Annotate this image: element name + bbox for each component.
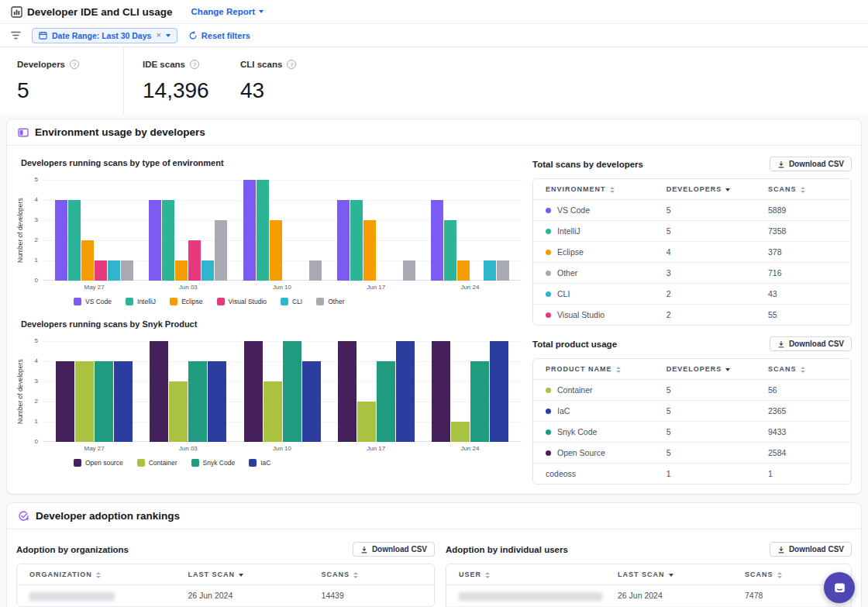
filter-icon[interactable] (11, 31, 21, 40)
bar-eclipse[interactable] (175, 260, 188, 281)
bar-container[interactable] (75, 361, 94, 442)
bar-container[interactable] (357, 402, 376, 442)
bar-other[interactable] (403, 260, 415, 281)
bar-snyk-code[interactable] (470, 361, 489, 442)
bar-slot (450, 422, 470, 442)
bar-vs-code[interactable] (337, 200, 350, 281)
legend-label: IaC (260, 459, 270, 467)
bar-visual-studio[interactable] (188, 240, 201, 281)
row-label: VS Code (557, 205, 590, 215)
sort-up-arrow (616, 367, 621, 369)
bar-vs-code[interactable] (55, 200, 67, 281)
section-title: Adoption by organizations (16, 545, 129, 554)
bar-intellij[interactable] (257, 180, 269, 281)
chat-launcher-button[interactable] (824, 572, 855, 603)
bar-snyk-code[interactable] (377, 361, 395, 442)
bar-snyk-code[interactable] (95, 361, 113, 442)
bar-eclipse[interactable] (457, 260, 470, 281)
bar-open-source[interactable] (56, 361, 74, 442)
bar-cli[interactable] (202, 260, 214, 281)
bar-intellij[interactable] (444, 220, 456, 281)
date-range-label: Date Range: Last 30 Days (52, 31, 151, 40)
bar-open-source[interactable] (338, 341, 356, 442)
y-axis: 012345 (27, 180, 43, 281)
help-icon[interactable]: ? (287, 60, 296, 69)
reset-filters-button[interactable]: Reset filters (188, 31, 250, 40)
table-row: Other3716 (533, 263, 851, 284)
bar-slot (470, 361, 489, 442)
download-csv-button[interactable]: Download CSV (770, 157, 852, 171)
bar-open-source[interactable] (150, 341, 168, 442)
date-range-filter-chip[interactable]: Date Range: Last 30 Days × (32, 28, 177, 43)
column-header-last-scan[interactable]: LAST SCAN (605, 564, 732, 585)
bar-slot (56, 361, 75, 442)
bar-slot (108, 260, 121, 281)
legend-item: VS Code (74, 298, 112, 305)
bar-slot (489, 341, 508, 442)
bar-open-source[interactable] (432, 341, 450, 442)
bar-intellij[interactable] (350, 200, 363, 281)
table-row: VS Code55889 (533, 200, 851, 221)
x-axis-label: Jun 24 (423, 284, 517, 291)
bar-visual-studio[interactable] (95, 260, 107, 281)
help-icon[interactable]: ? (70, 60, 79, 69)
plot-area (43, 180, 522, 281)
chart-environment: Developers running scans by type of envi… (16, 158, 522, 313)
column-header-user[interactable]: USER (446, 564, 605, 585)
bar-intellij[interactable] (68, 200, 81, 281)
bar-open-source[interactable] (244, 341, 263, 442)
bar-iac[interactable] (490, 341, 508, 442)
column-header-organization[interactable]: ORGANIZATION (17, 564, 175, 585)
bar-container[interactable] (169, 381, 188, 442)
bar-iac[interactable] (208, 361, 226, 442)
bar-intellij[interactable] (162, 200, 174, 281)
bar-iac[interactable] (114, 361, 133, 442)
bar-cli[interactable] (484, 260, 496, 281)
bar-eclipse[interactable] (81, 240, 94, 281)
chevron-down-icon (259, 10, 264, 13)
column-header-scans[interactable]: SCANS (756, 359, 851, 380)
remove-filter-icon[interactable]: × (156, 31, 160, 40)
bar-iac[interactable] (302, 361, 321, 442)
stat-value: 5 (17, 78, 123, 103)
column-header-developers[interactable]: DEVELOPERS (654, 179, 756, 200)
stat-value: 14,396 (143, 78, 221, 103)
column-header-scans[interactable]: SCANS (756, 179, 851, 200)
bar-group-jun-24 (423, 180, 517, 281)
legend-item: IaC (249, 459, 270, 467)
column-label: LAST SCAN (188, 571, 235, 578)
bar-cli[interactable] (108, 260, 120, 281)
column-header-developers[interactable]: DEVELOPERS (654, 359, 756, 380)
bar-vs-code[interactable] (149, 200, 161, 281)
change-report-button[interactable]: Change Report (191, 7, 264, 16)
bar-iac[interactable] (396, 341, 415, 442)
download-csv-button[interactable]: Download CSV (770, 336, 852, 351)
panel-header: Developer adoption rankings (7, 503, 861, 529)
column-header-scans[interactable]: SCANS (309, 564, 434, 585)
bar-vs-code[interactable] (431, 200, 443, 281)
bar-other[interactable] (309, 260, 322, 281)
bar-other[interactable] (121, 260, 133, 281)
bar-container[interactable] (264, 381, 282, 442)
column-header-environment[interactable]: ENVIRONMENT (533, 179, 654, 200)
column-header-last-scan[interactable]: LAST SCAN (175, 564, 308, 585)
bar-other[interactable] (215, 220, 227, 281)
sort-icon (616, 367, 621, 373)
bar-other[interactable] (497, 260, 509, 281)
bar-snyk-code[interactable] (188, 361, 207, 442)
bar-slot (256, 180, 269, 281)
page-title: Developer IDE and CLI usage (27, 6, 173, 18)
bar-slot (188, 361, 208, 442)
bar-vs-code[interactable] (243, 180, 256, 281)
bar-eclipse[interactable] (363, 220, 376, 281)
cell-value: 378 (756, 242, 851, 263)
download-csv-button[interactable]: Download CSV (770, 542, 852, 557)
cell-label: IaC (533, 401, 654, 422)
bar-container[interactable] (451, 422, 470, 442)
bar-eclipse[interactable] (270, 220, 282, 281)
download-csv-button[interactable]: Download CSV (353, 542, 435, 557)
help-icon[interactable]: ? (190, 60, 199, 69)
column-label: USER (459, 571, 481, 578)
bar-snyk-code[interactable] (283, 341, 301, 442)
column-header-product-name[interactable]: PRODUCT NAME (533, 359, 654, 380)
